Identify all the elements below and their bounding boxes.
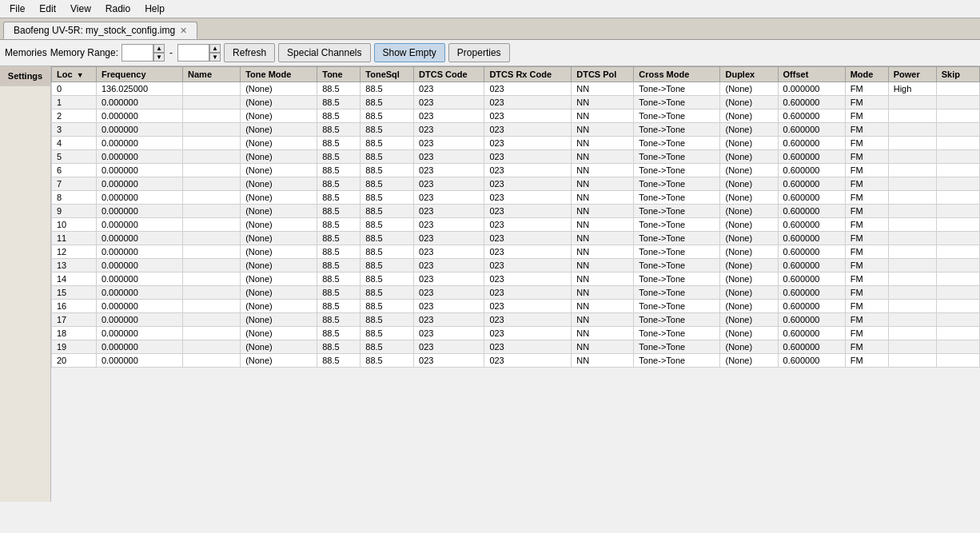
cell-power <box>888 313 936 327</box>
menu-edit[interactable]: Edit <box>33 2 62 16</box>
cell-frequency: 0.000000 <box>96 150 182 164</box>
properties-button[interactable]: Properties <box>448 43 510 62</box>
table-row[interactable]: 110.000000(None)88.588.5023023NNTone->To… <box>52 232 980 245</box>
document-tab[interactable]: Baofeng UV-5R: my_stock_config.img ✕ <box>3 22 197 39</box>
col-name[interactable]: Name <box>183 67 241 82</box>
cell-tone_mode: (None) <box>241 109 317 123</box>
cell-cross_mode: Tone->Tone <box>634 137 720 150</box>
col-dtcs-pol[interactable]: DTCS Pol <box>572 67 634 82</box>
cell-mode: FM <box>845 218 888 232</box>
col-skip[interactable]: Skip <box>936 67 979 82</box>
table-container[interactable]: Loc ▼ Frequency Name Tone Mode Tone Tone… <box>51 66 980 502</box>
col-tonesql[interactable]: ToneSql <box>361 67 414 82</box>
cell-dtcs_pol: NN <box>572 205 634 218</box>
memory-range-to-up-button[interactable]: ▲ <box>209 44 221 53</box>
cell-tonesql: 88.5 <box>361 191 414 205</box>
cell-tone: 88.5 <box>317 109 361 123</box>
cell-dtcs_pol: NN <box>572 245 634 259</box>
table-row[interactable]: 60.000000(None)88.588.5023023NNTone->Ton… <box>52 164 980 177</box>
table-row[interactable]: 10.000000(None)88.588.5023023NNTone->Ton… <box>52 96 980 109</box>
special-channels-button[interactable]: Special Channels <box>278 43 370 62</box>
menu-radio[interactable]: Radio <box>99 2 137 16</box>
memories-label: Memories <box>5 47 47 58</box>
tab-close-button[interactable]: ✕ <box>180 26 187 35</box>
memory-range-to-down-button[interactable]: ▼ <box>209 53 221 62</box>
cell-cross_mode: Tone->Tone <box>634 232 720 245</box>
col-tone[interactable]: Tone <box>317 67 361 82</box>
cell-dtcs_pol: NN <box>572 137 634 150</box>
table-row[interactable]: 180.000000(None)88.588.5023023NNTone->To… <box>52 327 980 340</box>
col-frequency[interactable]: Frequency <box>96 67 182 82</box>
cell-tone: 88.5 <box>317 232 361 245</box>
cell-dtcs_code: 023 <box>414 272 484 286</box>
col-dtcs-code[interactable]: DTCS Code <box>414 67 484 82</box>
cell-tonesql: 88.5 <box>361 286 414 300</box>
cell-power <box>888 327 936 340</box>
table-row[interactable]: 80.000000(None)88.588.5023023NNTone->Ton… <box>52 191 980 205</box>
table-row[interactable]: 40.000000(None)88.588.5023023NNTone->Ton… <box>52 137 980 150</box>
col-mode[interactable]: Mode <box>845 67 888 82</box>
table-row[interactable]: 190.000000(None)88.588.5023023NNTone->To… <box>52 340 980 354</box>
cell-tone: 88.5 <box>317 313 361 327</box>
table-row[interactable]: 20.000000(None)88.588.5023023NNTone->Ton… <box>52 109 980 123</box>
cell-offset: 0.600000 <box>778 354 845 368</box>
col-dtcs-rx-code[interactable]: DTCS Rx Code <box>484 67 572 82</box>
memory-range-from-up-button[interactable]: ▲ <box>153 44 165 53</box>
cell-duplex: (None) <box>720 177 778 191</box>
cell-dtcs_rx_code: 023 <box>484 109 572 123</box>
menu-help[interactable]: Help <box>138 2 171 16</box>
cell-skip <box>936 340 979 354</box>
show-empty-button[interactable]: Show Empty <box>374 43 445 62</box>
col-tone-mode[interactable]: Tone Mode <box>241 67 317 82</box>
cell-loc: 1 <box>52 96 97 109</box>
cell-tone_mode: (None) <box>241 340 317 354</box>
menu-file[interactable]: File <box>3 2 31 16</box>
table-row[interactable]: 160.000000(None)88.588.5023023NNTone->To… <box>52 300 980 313</box>
col-duplex[interactable]: Duplex <box>720 67 778 82</box>
cell-tone_mode: (None) <box>241 313 317 327</box>
cell-loc: 7 <box>52 177 97 191</box>
sidebar-settings-tab[interactable]: Settings <box>0 66 50 86</box>
range-dash: - <box>168 47 174 58</box>
table-row[interactable]: 70.000000(None)88.588.5023023NNTone->Ton… <box>52 177 980 191</box>
cell-tone_mode: (None) <box>241 300 317 313</box>
cell-tone: 88.5 <box>317 177 361 191</box>
col-offset[interactable]: Offset <box>778 67 845 82</box>
memory-range-from-input[interactable] <box>122 44 153 62</box>
col-power[interactable]: Power <box>888 67 936 82</box>
cell-offset: 0.600000 <box>778 259 845 272</box>
cell-dtcs_pol: NN <box>572 327 634 340</box>
table-row[interactable]: 90.000000(None)88.588.5023023NNTone->Ton… <box>52 205 980 218</box>
refresh-button[interactable]: Refresh <box>224 43 275 62</box>
cell-skip <box>936 272 979 286</box>
cell-mode: FM <box>845 313 888 327</box>
table-row[interactable]: 150.000000(None)88.588.5023023NNTone->To… <box>52 286 980 300</box>
cell-skip <box>936 354 979 368</box>
table-row[interactable]: 100.000000(None)88.588.5023023NNTone->To… <box>52 218 980 232</box>
cell-tonesql: 88.5 <box>361 109 414 123</box>
cell-offset: 0.600000 <box>778 300 845 313</box>
table-row[interactable]: 120.000000(None)88.588.5023023NNTone->To… <box>52 245 980 259</box>
cell-dtcs_rx_code: 023 <box>484 137 572 150</box>
table-row[interactable]: 130.000000(None)88.588.5023023NNTone->To… <box>52 259 980 272</box>
table-row[interactable]: 30.000000(None)88.588.5023023NNTone->Ton… <box>52 123 980 137</box>
col-cross-mode[interactable]: Cross Mode <box>634 67 720 82</box>
cell-offset: 0.600000 <box>778 123 845 137</box>
col-loc[interactable]: Loc ▼ <box>52 67 97 82</box>
memory-range-from-down-button[interactable]: ▼ <box>153 53 165 62</box>
memory-range-to-input[interactable] <box>177 44 209 62</box>
menu-view[interactable]: View <box>64 2 98 16</box>
cell-loc: 19 <box>52 340 97 354</box>
cell-duplex: (None) <box>720 354 778 368</box>
cell-tone_mode: (None) <box>241 191 317 205</box>
table-row[interactable]: 200.000000(None)88.588.5023023NNTone->To… <box>52 354 980 368</box>
cell-duplex: (None) <box>720 82 778 96</box>
cell-power <box>888 177 936 191</box>
table-row[interactable]: 50.000000(None)88.588.5023023NNTone->Ton… <box>52 150 980 164</box>
table-row[interactable]: 170.000000(None)88.588.5023023NNTone->To… <box>52 313 980 327</box>
cell-dtcs_rx_code: 023 <box>484 205 572 218</box>
cell-mode: FM <box>845 259 888 272</box>
table-row[interactable]: 0136.025000(None)88.588.5023023NNTone->T… <box>52 82 980 96</box>
cell-tone: 88.5 <box>317 123 361 137</box>
table-row[interactable]: 140.000000(None)88.588.5023023NNTone->To… <box>52 272 980 286</box>
